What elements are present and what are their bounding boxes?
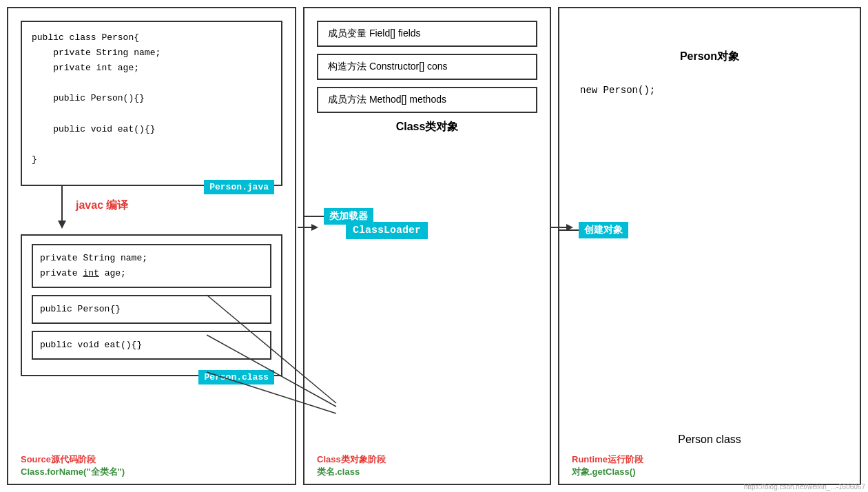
classfile-method-box: public void eat(){} — [32, 331, 271, 360]
diagram-container: public class Person{ private String name… — [0, 0, 868, 492]
fields-box: 成员变量 Field[] fields — [317, 21, 537, 47]
classloader-tag-area: ClassLoader — [346, 222, 428, 239]
class-obj-label: Class类对象 — [304, 120, 550, 134]
arrow-line-h2 — [558, 229, 579, 231]
classfile-method-text: public void eat(){} — [40, 338, 263, 353]
class-info-boxes: 成员变量 Field[] fields 构造方法 Constructor[] c… — [317, 21, 537, 113]
classfile-box: private String name; private int age; pu… — [21, 234, 282, 376]
person-obj-label: Person对象 — [559, 50, 860, 64]
person-class-label: Person class — [678, 433, 741, 446]
left-bottom-labels: Source源代码阶段 Class.forName("全类名") — [21, 453, 125, 478]
compile-arrow-section: javac 编译 — [21, 186, 282, 234]
create-obj-arrow-area: 创建对象 — [558, 222, 628, 238]
getclass-label: 对象.getClass() — [572, 466, 643, 478]
watermark: https://blog.csdn.net/weixin_...-1606067 — [744, 483, 865, 491]
classfile-constructor-box: public Person{} — [32, 295, 271, 324]
compile-arrow-svg — [21, 186, 282, 234]
svg-marker-1 — [58, 221, 66, 229]
person-class-tag: Person.class — [198, 370, 274, 385]
classloader-tag: ClassLoader — [346, 222, 428, 239]
middle-column: 成员变量 Field[] fields 构造方法 Constructor[] c… — [303, 7, 551, 485]
classfile-fields-text: private String name; private int age; — [40, 251, 263, 281]
right-column: Person对象 new Person(); 创建对象 Person class… — [558, 7, 861, 485]
create-obj-tag: 创建对象 — [579, 222, 628, 238]
constructor-box: 构造方法 Constructor[] cons — [317, 54, 537, 80]
new-person-code: new Person(); — [580, 85, 860, 96]
arrow-line-h1 — [303, 216, 324, 217]
classfile-fields-box: private String name; private int age; — [32, 244, 271, 288]
source-code-box: public class Person{ private String name… — [21, 21, 282, 186]
methods-box: 成员方法 Method[] methods — [317, 87, 537, 113]
middle-bottom-labels: Class类对象阶段 类名.class — [317, 453, 386, 478]
left-column: public class Person{ private String name… — [7, 7, 296, 485]
source-stage-label: Source源代码阶段 — [21, 453, 125, 466]
source-code-text: public class Person{ private String name… — [32, 30, 271, 167]
right-bottom-labels: Runtime运行阶段 对象.getClass() — [572, 453, 643, 478]
classfile-constructor-text: public Person{} — [40, 302, 263, 317]
forname-label: Class.forName("全类名") — [21, 466, 125, 478]
classname-label: 类名.class — [317, 466, 386, 478]
javac-label: javac 编译 — [76, 198, 128, 213]
runtime-stage-label: Runtime运行阶段 — [572, 453, 643, 466]
classobj-stage-label: Class类对象阶段 — [317, 453, 386, 466]
